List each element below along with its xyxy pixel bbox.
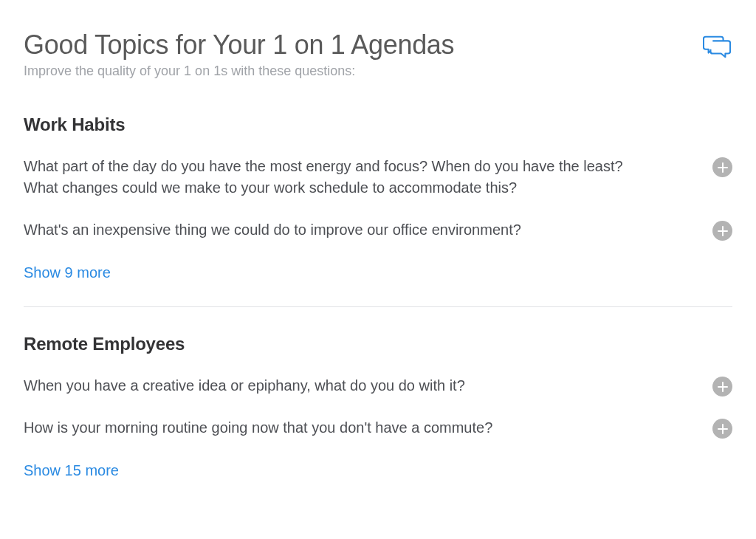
plus-icon xyxy=(718,424,728,434)
section-divider xyxy=(24,306,732,307)
show-more-link[interactable]: Show 15 more xyxy=(24,462,119,479)
show-more-link[interactable]: Show 9 more xyxy=(24,264,111,281)
question-row: When you have a creative idea or epiphan… xyxy=(24,375,732,396)
page-title: Good Topics for Your 1 on 1 Agendas xyxy=(24,30,454,61)
add-question-button[interactable] xyxy=(712,377,732,396)
question-text: What part of the day do you have the mos… xyxy=(24,156,629,199)
question-text: When you have a creative idea or epiphan… xyxy=(24,375,629,396)
page-subtitle: Improve the quality of your 1 on 1s with… xyxy=(24,63,732,79)
chat-button[interactable] xyxy=(703,30,732,59)
plus-icon xyxy=(718,382,728,392)
question-row: What part of the day do you have the mos… xyxy=(24,156,732,199)
plus-icon xyxy=(718,162,728,173)
add-question-button[interactable] xyxy=(712,419,732,439)
section-work-habits: Work Habits What part of the day do you … xyxy=(24,114,732,281)
question-row: How is your morning routine going now th… xyxy=(24,417,732,439)
section-remote-employees: Remote Employees When you have a creativ… xyxy=(24,334,732,479)
plus-icon xyxy=(718,226,728,236)
question-text: What's an inexpensive thing we could do … xyxy=(24,219,629,241)
question-text: How is your morning routine going now th… xyxy=(24,417,629,439)
section-title: Work Habits xyxy=(24,114,732,135)
add-question-button[interactable] xyxy=(712,221,732,241)
question-row: What's an inexpensive thing we could do … xyxy=(24,219,732,241)
section-title: Remote Employees xyxy=(24,334,732,354)
page-header: Good Topics for Your 1 on 1 Agendas xyxy=(24,30,732,61)
chat-icon xyxy=(703,34,731,59)
add-question-button[interactable] xyxy=(712,157,732,177)
